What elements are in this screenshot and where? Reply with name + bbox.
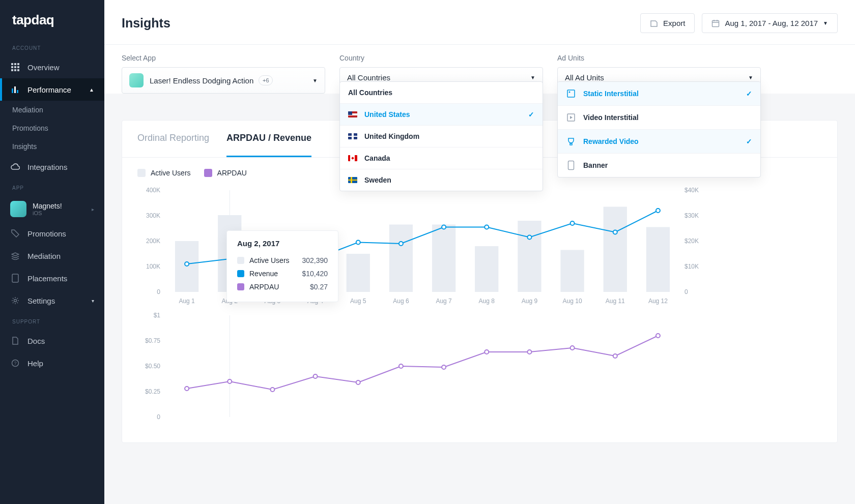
svg-text:$40K: $40K <box>685 187 699 194</box>
device-icon <box>10 273 20 283</box>
svg-text:400K: 400K <box>146 187 160 194</box>
tab-ordinal[interactable]: Ordinal Reporting <box>137 121 209 157</box>
svg-rect-40 <box>518 221 541 292</box>
svg-point-82 <box>527 350 531 354</box>
country-option-all[interactable]: All Countries <box>340 82 543 103</box>
svg-rect-7 <box>14 69 16 71</box>
svg-point-18 <box>569 92 571 93</box>
tag-icon <box>10 228 20 239</box>
svg-point-49 <box>399 242 403 246</box>
app-thumb-icon <box>129 73 144 87</box>
svg-rect-2 <box>17 63 19 65</box>
country-option-se[interactable]: Sweden <box>340 169 543 191</box>
country-option-ca[interactable]: Canada <box>340 147 543 169</box>
gear-icon <box>10 295 20 306</box>
sidebar-sub-mediation[interactable]: Mediation <box>0 101 104 119</box>
sidebar-item-overview[interactable]: Overview <box>0 56 104 78</box>
svg-rect-17 <box>567 90 575 97</box>
sidebar-item-performance[interactable]: Performance ▲ <box>0 78 104 101</box>
svg-point-84 <box>613 354 617 358</box>
svg-point-52 <box>527 235 531 240</box>
tooltip-label: Active Users <box>249 256 290 264</box>
brand-logo: tapdaq <box>0 0 104 38</box>
svg-text:$10K: $10K <box>685 263 699 270</box>
app-count-badge: +6 <box>259 75 273 85</box>
app-selector[interactable]: Magnets! iOS ▸ <box>0 196 104 222</box>
tab-arpdau[interactable]: ARPDAU / Revenue <box>226 121 311 157</box>
sidebar-item-placements[interactable]: Placements <box>0 267 104 289</box>
sidebar-item-promotions[interactable]: Promotions <box>0 222 104 245</box>
trophy-icon <box>566 136 576 146</box>
help-icon: ? <box>10 358 20 368</box>
adunit-option-label: Banner <box>583 161 608 169</box>
svg-point-80 <box>442 365 446 369</box>
calendar-icon <box>711 19 720 27</box>
chart-arpdau: 0$0.25$0.50$0.75$1 <box>137 310 707 427</box>
tooltip-label: Revenue <box>249 270 278 278</box>
adunit-option-banner[interactable]: Banner <box>558 153 760 177</box>
sidebar-item-mediation[interactable]: Mediation <box>0 245 104 267</box>
sidebar-sub-insights[interactable]: Insights <box>0 137 104 156</box>
export-label: Export <box>663 19 685 27</box>
adunit-option-label: Video Interstitial <box>583 113 639 122</box>
svg-rect-0 <box>11 63 13 65</box>
check-icon: ✓ <box>528 110 534 118</box>
sidebar-item-settings[interactable]: Settings ▾ <box>0 289 104 312</box>
country-option-us[interactable]: United States ✓ <box>340 103 543 125</box>
adunit-option-static[interactable]: Static Interstitial ✓ <box>558 82 760 105</box>
svg-point-53 <box>571 221 575 225</box>
sidebar-item-label: Settings <box>27 297 55 305</box>
adunit-option-rewarded[interactable]: Rewarded Video ✓ <box>558 129 760 153</box>
svg-point-75 <box>227 379 232 383</box>
chevron-down-icon: ▼ <box>312 78 318 83</box>
svg-point-79 <box>399 364 403 368</box>
tooltip-date: Aug 2, 2017 <box>237 239 328 248</box>
app-icon <box>10 201 26 217</box>
sidebar-sub-promotions[interactable]: Promotions <box>0 119 104 137</box>
adunits-select-value: All Ad Units <box>565 73 604 82</box>
cloud-icon <box>10 162 20 172</box>
svg-rect-10 <box>14 86 16 93</box>
svg-text:?: ? <box>14 361 16 366</box>
section-heading-app: APP <box>0 178 104 196</box>
app-name: Magnets! <box>33 202 62 210</box>
country-option-uk[interactable]: United Kingdom <box>340 125 543 147</box>
sidebar: tapdaq ACCOUNT Overview Performance ▲ Me… <box>0 0 104 504</box>
chart-bottom: 0$0.25$0.50$0.75$1 <box>122 307 837 427</box>
sidebar-item-label: Placements <box>27 274 67 283</box>
legend-item-arpdau: ARPDAU <box>204 169 247 177</box>
sidebar-item-integrations[interactable]: Integrations <box>0 156 104 178</box>
page-title: Insights <box>122 16 170 31</box>
svg-rect-43 <box>646 227 670 292</box>
svg-point-51 <box>484 225 489 229</box>
svg-point-44 <box>185 262 189 266</box>
check-icon: ✓ <box>746 90 752 98</box>
svg-text:Aug 6: Aug 6 <box>393 298 409 305</box>
adunit-option-label: Rewarded Video <box>583 137 639 145</box>
app-platform: iOS <box>33 210 62 216</box>
date-range-button[interactable]: Aug 1, 2017 - Aug, 12 2017 ▼ <box>702 13 838 33</box>
flag-se-icon <box>348 177 357 183</box>
chart-users-revenue: 0100K200K300K400K0$10K$20K$30K$40KAug 1A… <box>137 185 707 307</box>
sidebar-item-help[interactable]: ? Help <box>0 352 104 374</box>
svg-text:Aug 5: Aug 5 <box>350 298 366 305</box>
export-icon <box>650 19 658 27</box>
export-button[interactable]: Export <box>640 13 695 33</box>
app-select[interactable]: Laser! Endless Dodging Action +6 ▼ <box>122 67 325 94</box>
country-select-value: All Countries <box>347 73 390 82</box>
svg-rect-20 <box>568 161 574 170</box>
sidebar-item-label: Mediation <box>27 252 61 260</box>
svg-rect-39 <box>475 246 498 292</box>
svg-point-78 <box>356 380 360 384</box>
svg-point-83 <box>571 346 575 350</box>
country-option-label: Sweden <box>364 176 391 184</box>
svg-text:$0.50: $0.50 <box>145 363 160 370</box>
sidebar-item-docs[interactable]: Docs <box>0 330 104 352</box>
adunit-option-video[interactable]: Video Interstitial <box>558 105 760 129</box>
svg-rect-12 <box>12 274 18 282</box>
svg-text:Aug 7: Aug 7 <box>436 298 452 305</box>
svg-text:0: 0 <box>157 288 160 295</box>
svg-text:$30K: $30K <box>685 212 699 219</box>
svg-rect-38 <box>432 225 455 292</box>
svg-rect-16 <box>712 20 719 26</box>
